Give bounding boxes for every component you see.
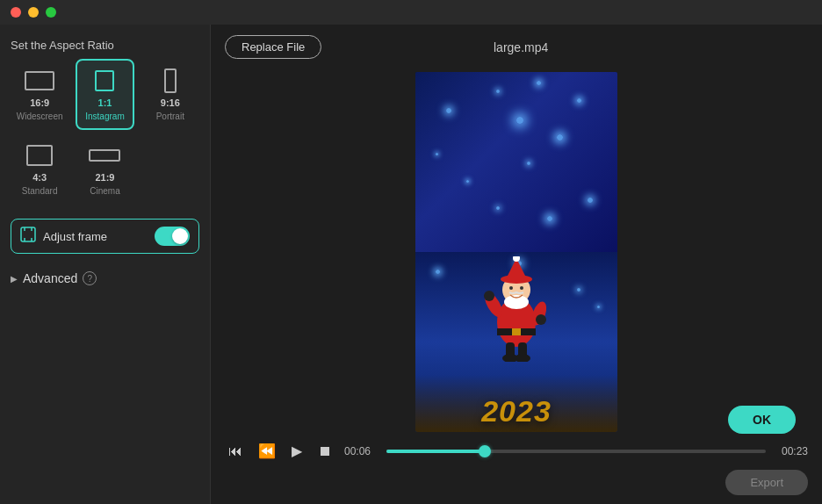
aspect-item-9-16[interactable]: 9:16 Portrait <box>141 59 199 130</box>
help-icon[interactable]: ? <box>83 271 97 285</box>
advanced-row[interactable]: ▶ Advanced ? <box>11 268 199 289</box>
aspect-icon-16-9 <box>23 68 56 94</box>
aspect-item-21-9[interactable]: 21:9 Cinema <box>76 133 133 205</box>
ok-button[interactable]: OK <box>728 406 796 434</box>
aspect-ratio-grid-row2: 4:3 Standard 21:9 Cinema <box>11 133 199 205</box>
aspect-label-main-1-1: 1:1 <box>98 97 112 108</box>
play-button[interactable]: ▶ <box>288 441 306 461</box>
aspect-label-sub-1-1: Instagram <box>85 112 124 121</box>
maximize-button[interactable] <box>46 7 56 18</box>
aspect-label-main-21-9: 21:9 <box>95 172 114 183</box>
video-preview: 2023 <box>415 72 617 432</box>
skip-back-button[interactable]: ⏮ <box>225 442 246 461</box>
minimize-button[interactable] <box>28 7 39 18</box>
file-name: large.mp4 <box>335 40 706 54</box>
svg-point-27 <box>520 286 523 290</box>
video-top-half <box>415 72 617 252</box>
controls-bar: ⏮ ⏪ ▶ ⏹ 00:06 00:23 <box>225 434 808 464</box>
aspect-label-sub-16-9: Widescreen <box>17 112 63 121</box>
adjust-frame-icon <box>20 227 36 246</box>
aspect-icon-1-1 <box>88 68 121 94</box>
svg-point-26 <box>509 286 513 290</box>
svg-point-21 <box>536 314 546 325</box>
adjust-frame-toggle[interactable] <box>155 227 190 246</box>
left-panel: Set the Aspect Ratio 16:9 Widescreen <box>0 25 211 504</box>
advanced-label: Advanced <box>23 271 77 285</box>
export-button[interactable]: Export <box>725 470 808 495</box>
current-time: 00:06 <box>344 445 378 457</box>
svg-rect-12 <box>512 328 521 335</box>
aspect-label-main-4-3: 4:3 <box>32 172 47 183</box>
aspect-ratio-section: Set the Aspect Ratio 16:9 Widescreen <box>11 39 199 205</box>
aspect-icon-21-9 <box>88 142 121 169</box>
svg-rect-1 <box>96 71 113 90</box>
svg-point-16 <box>513 256 520 262</box>
top-bar: Replace File large.mp4 <box>225 35 808 59</box>
right-panel: Replace File large.mp4 <box>211 25 822 504</box>
aspect-item-4-3[interactable]: 4:3 Standard <box>11 133 68 205</box>
aspect-icon-9-16 <box>154 68 187 94</box>
adjust-frame-row[interactable]: Adjust frame <box>11 219 199 254</box>
stop-button[interactable]: ⏹ <box>314 442 335 461</box>
svg-rect-4 <box>90 150 119 161</box>
adjust-frame-label: Adjust frame <box>43 230 107 243</box>
progress-thumb[interactable] <box>479 445 491 457</box>
year-number: 2023 <box>481 394 552 428</box>
bottom-bar: Export <box>225 464 808 497</box>
aspect-item-1-1[interactable]: 1:1 Instagram <box>76 59 133 130</box>
svg-point-25 <box>515 354 530 362</box>
aspect-label-sub-9-16: Portrait <box>156 112 184 121</box>
santa-figure <box>481 256 552 362</box>
aspect-label-main-9-16: 9:16 <box>161 97 180 108</box>
main-layout: Set the Aspect Ratio 16:9 Widescreen <box>0 25 822 504</box>
aspect-item-16-9[interactable]: 16:9 Widescreen <box>11 59 68 130</box>
svg-point-20 <box>484 291 494 301</box>
step-back-button[interactable]: ⏪ <box>255 441 279 461</box>
aspect-label-sub-21-9: Cinema <box>90 186 119 196</box>
year-display: 2023 <box>415 375 617 432</box>
svg-rect-3 <box>27 146 52 165</box>
progress-bar[interactable] <box>386 450 766 453</box>
replace-file-button[interactable]: Replace File <box>225 35 321 59</box>
total-time: 00:23 <box>775 445 808 457</box>
aspect-ratio-grid-row1: 16:9 Widescreen 1:1 Instagram <box>11 59 199 130</box>
aspect-ratio-title: Set the Aspect Ratio <box>11 39 199 52</box>
aspect-label-main-16-9: 16:9 <box>30 97 49 108</box>
svg-rect-0 <box>25 72 54 90</box>
svg-rect-5 <box>21 227 35 241</box>
video-container: 2023 <box>225 69 808 434</box>
chevron-right-icon: ▶ <box>11 274 18 284</box>
aspect-icon-4-3 <box>23 142 56 169</box>
toggle-knob <box>172 228 188 244</box>
video-bottom-half: 2023 <box>415 252 617 432</box>
aspect-label-sub-4-3: Standard <box>22 186 58 196</box>
progress-fill <box>386 450 485 453</box>
close-button[interactable] <box>11 7 21 18</box>
svg-rect-2 <box>165 69 176 92</box>
adjust-frame-left: Adjust frame <box>20 227 107 246</box>
title-bar <box>0 0 822 25</box>
